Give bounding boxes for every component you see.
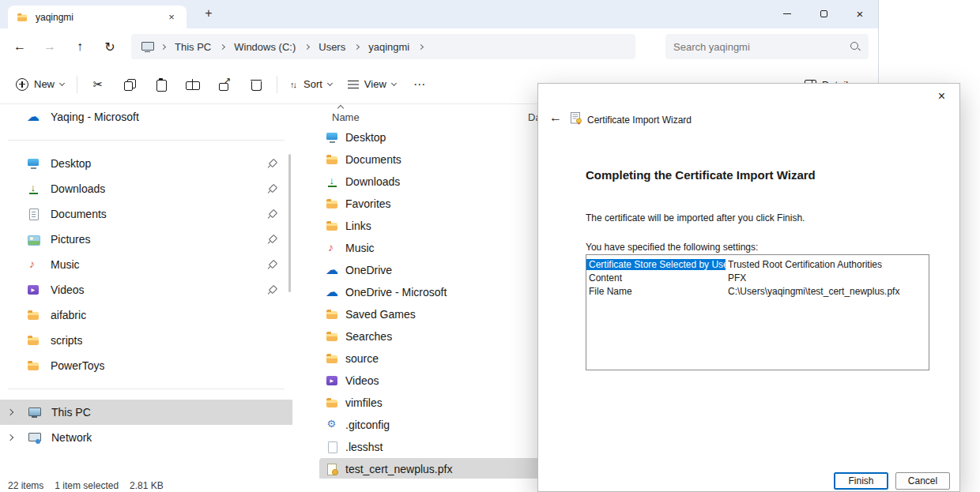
breadcrumb-item-users[interactable]: Users bbox=[313, 39, 351, 54]
file-name: .lesshst bbox=[345, 441, 531, 453]
file-name: OneDrive - Microsoft bbox=[345, 286, 531, 299]
share-button[interactable]: ↗ bbox=[209, 70, 240, 99]
delete-button[interactable] bbox=[240, 70, 272, 99]
close-button[interactable]: × bbox=[842, 0, 878, 28]
dialog-close-button[interactable]: × bbox=[924, 84, 959, 109]
window-controls: × bbox=[769, 0, 878, 28]
cloud-icon bbox=[326, 286, 339, 299]
folder-icon bbox=[326, 197, 339, 210]
file-name: Favorites bbox=[345, 197, 531, 210]
more-button[interactable]: … bbox=[404, 70, 435, 99]
settings-label: You have specified the following setting… bbox=[586, 242, 758, 253]
file-name: Videos bbox=[345, 374, 531, 387]
file-name: test_cert_newplus.pfx bbox=[345, 463, 531, 475]
tab-close-icon[interactable]: × bbox=[164, 11, 179, 23]
sidebar-item-videos[interactable]: Videos bbox=[5, 277, 288, 302]
sidebar-item-powertoys[interactable]: PowerToys bbox=[5, 353, 288, 378]
sidebar-item-label: Pictures bbox=[51, 233, 91, 246]
settings-row-certificate-store-selected-by-user[interactable]: Certificate Store Selected by UserTruste… bbox=[586, 257, 929, 271]
file-name: source bbox=[345, 352, 531, 365]
file-name: Links bbox=[345, 220, 531, 232]
sidebar: Yaqing - Microsoft DesktopDownloadsDocum… bbox=[0, 104, 292, 479]
breadcrumb-item-yaqingmi[interactable]: yaqingmi bbox=[363, 39, 415, 54]
cancel-button[interactable]: Cancel bbox=[895, 472, 950, 490]
toolbar-divider bbox=[77, 76, 77, 93]
item-count: 22 items bbox=[8, 480, 43, 491]
new-tab-button[interactable]: + bbox=[199, 6, 218, 23]
sidebar-pinned-section: DesktopDownloadsDocumentsPicturesMusicVi… bbox=[0, 151, 292, 302]
videos-icon bbox=[326, 374, 339, 387]
sidebar-folders-section: aifabricscriptsPowerToys bbox=[0, 302, 292, 378]
tab-title: yaqingmi bbox=[36, 12, 74, 23]
sidebar-scrollbar[interactable] bbox=[288, 154, 291, 292]
dialog-back-button[interactable]: ← bbox=[549, 111, 562, 125]
finish-button[interactable]: Finish bbox=[834, 472, 888, 490]
maximize-button[interactable] bbox=[805, 0, 842, 28]
maximize-icon bbox=[820, 10, 827, 17]
settings-list: Certificate Store Selected by UserTruste… bbox=[586, 254, 929, 370]
chevron-right-icon bbox=[354, 43, 360, 49]
breadcrumb-item-windows-c[interactable]: Windows (C:) bbox=[228, 39, 301, 54]
chevron-down-icon bbox=[391, 80, 397, 85]
folder-icon bbox=[326, 220, 339, 232]
sidebar-item-documents[interactable]: Documents bbox=[5, 201, 288, 227]
settings-row-content[interactable]: ContentPFX bbox=[586, 271, 929, 284]
minimize-icon bbox=[783, 13, 791, 14]
view-button[interactable]: View bbox=[340, 70, 404, 99]
breadcrumb-item-this-pc[interactable]: This PC bbox=[169, 39, 217, 54]
back-button[interactable]: ← bbox=[5, 33, 35, 60]
desktop-icon bbox=[27, 157, 40, 170]
forward-button[interactable]: → bbox=[35, 33, 65, 60]
search-icon[interactable] bbox=[850, 41, 861, 52]
sidebar-divider bbox=[8, 389, 285, 389]
paste-button[interactable] bbox=[145, 70, 177, 99]
sidebar-item-onedrive[interactable]: Yaqing - Microsoft bbox=[5, 104, 288, 130]
wizard-heading: Completing the Certificate Import Wizard bbox=[586, 168, 816, 182]
view-label: View bbox=[364, 78, 386, 90]
chevron-right-icon bbox=[7, 409, 13, 415]
explorer-tab[interactable]: yaqingmi × bbox=[8, 6, 187, 28]
sidebar-item-label: Yaqing - Microsoft bbox=[51, 111, 139, 123]
up-button[interactable]: ↑ bbox=[65, 33, 95, 60]
toolbar-divider bbox=[277, 76, 277, 93]
rename-button[interactable] bbox=[177, 70, 209, 99]
chevron-down-icon bbox=[327, 80, 333, 85]
cut-button[interactable]: ✂ bbox=[82, 70, 114, 99]
sort-button[interactable]: ↑↓ Sort bbox=[282, 70, 340, 99]
paste-icon bbox=[155, 78, 168, 91]
settings-key: File Name bbox=[586, 286, 726, 297]
rename-icon bbox=[186, 78, 200, 91]
trash-icon bbox=[251, 78, 262, 91]
documents-icon bbox=[27, 208, 40, 220]
sidebar-item-aifabric[interactable]: aifabric bbox=[5, 302, 288, 328]
sidebar-item-downloads[interactable]: Downloads bbox=[5, 176, 288, 201]
sidebar-item-desktop[interactable]: Desktop bbox=[5, 151, 288, 176]
file-name: Searches bbox=[345, 330, 531, 343]
sidebar-item-label: Network bbox=[51, 431, 92, 444]
copy-button[interactable] bbox=[114, 70, 145, 99]
folder-icon bbox=[326, 396, 339, 409]
sidebar-item-scripts[interactable]: scripts bbox=[5, 328, 288, 353]
search-input[interactable] bbox=[673, 41, 850, 53]
sidebar-item-network[interactable]: Network bbox=[0, 425, 292, 450]
settings-value: Trusted Root Certification Authorities bbox=[726, 259, 882, 270]
cloud-icon bbox=[27, 111, 40, 123]
folder-icon bbox=[27, 359, 40, 372]
file-icon bbox=[326, 441, 339, 453]
sidebar-item-pictures[interactable]: Pictures bbox=[5, 227, 288, 252]
sort-label: Sort bbox=[303, 78, 322, 90]
settings-key: Content bbox=[586, 272, 726, 284]
new-label: New bbox=[34, 78, 55, 90]
minimize-button[interactable] bbox=[769, 0, 805, 28]
new-button[interactable]: New bbox=[8, 70, 72, 99]
pin-icon bbox=[266, 285, 277, 295]
navigation-bar: ← → ↑ ↻ This PCWindows (C:)Usersyaqingmi bbox=[0, 28, 878, 65]
network-icon bbox=[28, 431, 41, 444]
sidebar-item-this-pc[interactable]: This PC bbox=[0, 400, 292, 425]
sidebar-item-music[interactable]: Music bbox=[5, 252, 288, 277]
chevron-right-icon bbox=[220, 43, 225, 49]
sort-ascending-icon bbox=[337, 105, 344, 111]
refresh-button[interactable]: ↻ bbox=[95, 33, 125, 60]
settings-row-file-name[interactable]: File NameC:\Users\yaqingmi\test_cert_new… bbox=[586, 284, 929, 298]
name-column-header[interactable]: Name bbox=[332, 111, 360, 123]
